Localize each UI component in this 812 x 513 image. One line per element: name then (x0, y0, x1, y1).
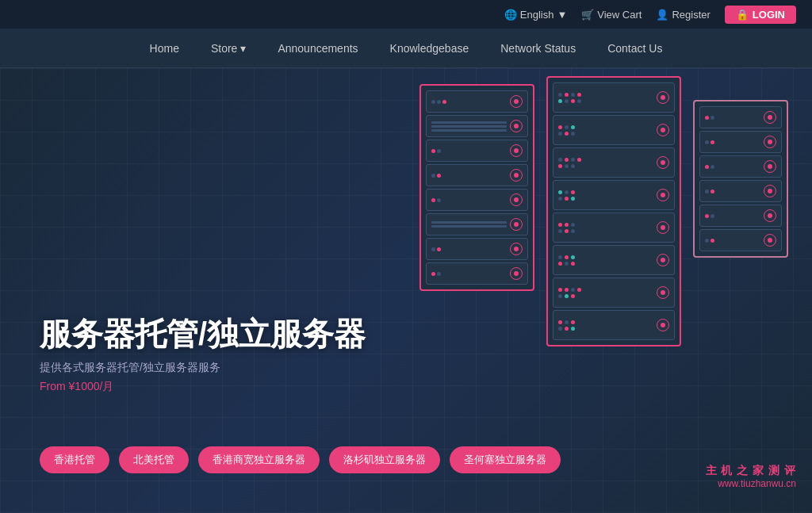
server-unit (426, 90, 528, 113)
tag-btn-3[interactable]: 洛杉矶独立服务器 (329, 446, 440, 473)
server-unit (426, 189, 528, 211)
hero-subtitle: 提供各式服务器托管/独立服务器服务 (40, 361, 366, 375)
rack-left (419, 84, 534, 291)
nav-contact-us[interactable]: Contact Us (607, 42, 662, 55)
dropdown-arrow: ▾ (240, 42, 246, 55)
register-label: Register (672, 9, 710, 21)
tag-btn-0[interactable]: 香港托管 (40, 446, 109, 473)
language-label: English (520, 9, 554, 21)
tag-buttons: 香港托管 北美托管 香港商宽独立服务器 洛杉矶独立服务器 圣何塞独立服务器 (40, 446, 561, 473)
nav-knowledgebase[interactable]: Knowledgebase (390, 42, 469, 55)
rack-center (546, 76, 681, 346)
server-unit (553, 180, 675, 210)
top-bar: 🌐 English ▼ 🛒 View Cart 👤 Register 🔒 LOG… (0, 0, 812, 29)
login-label: LOGIN (753, 9, 785, 21)
server-unit (553, 310, 675, 340)
server-unit (553, 115, 675, 145)
server-unit (426, 238, 528, 260)
server-unit (426, 164, 528, 186)
server-unit (699, 205, 782, 227)
hero-price: From ¥1000/月 (40, 380, 366, 394)
login-button[interactable]: 🔒 LOGIN (725, 6, 796, 24)
server-unit (699, 131, 782, 153)
server-unit (553, 82, 675, 113)
cart-icon: 🛒 (581, 9, 594, 21)
user-icon: 👤 (656, 9, 668, 21)
server-unit (699, 106, 782, 128)
server-unit (553, 245, 675, 275)
view-cart-link[interactable]: 🛒 View Cart (581, 9, 642, 21)
hero-content: 服务器托管/独立服务器 提供各式服务器托管/独立服务器服务 From ¥1000… (40, 316, 366, 410)
nav-announcements[interactable]: Announcements (278, 42, 358, 55)
server-unit (699, 180, 782, 202)
globe-icon: 🌐 (504, 9, 517, 21)
lock-icon: 🔒 (736, 9, 749, 21)
language-arrow: ▼ (557, 9, 567, 21)
language-selector[interactable]: 🌐 English ▼ (504, 9, 568, 21)
server-unit (426, 140, 528, 162)
nav-network-status[interactable]: Network Status (500, 42, 576, 55)
view-cart-label: View Cart (597, 9, 642, 21)
server-unit (699, 155, 782, 178)
watermark: 主 机 之 家 测 评 www.tiuzhanwu.cn (706, 464, 796, 489)
watermark-line1: 主 机 之 家 测 评 (706, 464, 796, 478)
hero-title: 服务器托管/独立服务器 (40, 316, 366, 351)
server-unit (426, 213, 528, 235)
navigation: Home Store ▾ Announcements Knowledgebase… (0, 29, 812, 68)
nav-home[interactable]: Home (150, 42, 179, 55)
server-unit (426, 262, 528, 285)
hero-section: 服务器托管/独立服务器 提供各式服务器托管/独立服务器服务 From ¥1000… (0, 68, 812, 513)
tag-btn-1[interactable]: 北美托管 (119, 446, 189, 473)
nav-store[interactable]: Store ▾ (211, 42, 246, 55)
server-unit (699, 229, 782, 251)
server-unit (553, 147, 675, 178)
watermark-line2: www.tiuzhanwu.cn (706, 478, 796, 489)
rack-right (693, 100, 788, 258)
tag-btn-2[interactable]: 香港商宽独立服务器 (198, 446, 320, 473)
tag-btn-4[interactable]: 圣何塞独立服务器 (450, 446, 561, 473)
server-unit (553, 212, 675, 243)
register-link[interactable]: 👤 Register (656, 9, 710, 21)
server-racks (419, 100, 788, 346)
server-unit (426, 115, 528, 137)
server-unit (553, 278, 675, 308)
